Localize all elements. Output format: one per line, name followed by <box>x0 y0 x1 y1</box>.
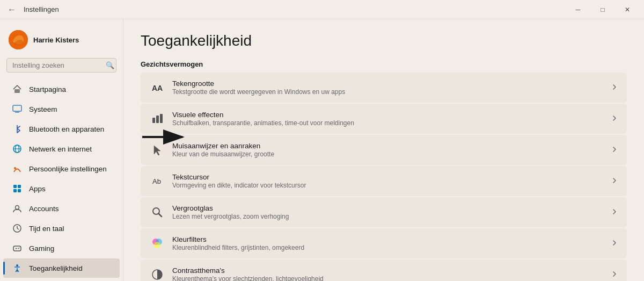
svg-point-34 <box>154 242 160 248</box>
settings-item-tekengrootte[interactable]: AATekengrootteTekstgrootte die wordt wee… <box>141 73 627 103</box>
window-controls: ─ □ ✕ <box>566 0 640 19</box>
netwerk-icon <box>12 143 23 154</box>
sidebar-item-label-apps: Apps <box>29 185 46 193</box>
search-container: 🔍 <box>0 58 123 79</box>
settings-item-desc-tekstcursor: Vormgeving en dikte, indicator voor teks… <box>172 182 604 189</box>
sidebar-item-bluetooth[interactable]: Bluetooth en apparaten <box>3 119 120 139</box>
settings-list: AATekengrootteTekstgrootte die wordt wee… <box>141 73 627 281</box>
avatar <box>9 30 28 49</box>
svg-rect-11 <box>18 189 21 192</box>
settings-item-title-vergrootglas: Vergrootglas <box>172 204 604 212</box>
persoonlijk-icon <box>12 163 23 174</box>
sidebar-item-privacy[interactable]: Privacy en beveiliging <box>3 278 120 281</box>
sidebar-item-label-bluetooth: Bluetooth en apparaten <box>29 125 104 133</box>
settings-item-title-kleurfilters: Kleurfilters <box>172 235 604 243</box>
search-box[interactable]: 🔍 <box>6 58 116 73</box>
chevron-right-icon <box>611 177 618 185</box>
chevron-right-icon <box>611 240 618 248</box>
sidebar-item-label-tijd: Tijd en taal <box>29 225 64 233</box>
settings-item-title-contrastthemas: Contrastthema's <box>172 266 604 275</box>
svg-rect-10 <box>13 189 17 192</box>
sidebar-item-label-netwerk: Netwerk en internet <box>29 145 92 153</box>
settings-item-text-muisaanwijzer: Muisaanwijzer en aanrakenKleur van de mu… <box>172 142 604 158</box>
settings-item-text-tekengrootte: TekengrootteTekstgrootte die wordt weerg… <box>172 80 604 96</box>
settings-item-text-visuele-effecten: Visuele effectenSchuifbalken, transparan… <box>172 111 604 127</box>
sidebar-item-label-accounts: Accounts <box>29 205 59 213</box>
settings-item-text-vergrootglas: VergrootglasLezen met vergrootglas, zoom… <box>172 204 604 220</box>
settings-item-desc-contrastthemas: Kleurenthema's voor slechtzienden, licht… <box>172 275 604 281</box>
chevron-right-icon <box>611 271 618 279</box>
close-button[interactable]: ✕ <box>615 0 640 19</box>
bluetooth-icon <box>12 124 23 134</box>
visuele-effecten-icon <box>150 111 165 126</box>
settings-item-title-muisaanwijzer: Muisaanwijzer en aanraken <box>172 142 604 150</box>
settings-item-title-tekstcursor: Tekstcursor <box>172 173 604 181</box>
sidebar-item-label-startpagina: Startpagina <box>29 85 66 93</box>
svg-rect-2 <box>13 105 21 111</box>
titlebar: ← Instellingen ─ □ ✕ <box>0 0 644 19</box>
accounts-icon <box>12 203 23 214</box>
settings-item-tekstcursor[interactable]: AbTekstcursorVormgeving en dikte, indica… <box>141 166 627 196</box>
nav-menu: StartpaginaSysteemBluetooth en apparaten… <box>0 80 123 281</box>
sidebar-item-persoonlijk[interactable]: Persoonlijke instellingen <box>3 159 120 178</box>
startpagina-icon <box>12 84 23 95</box>
sidebar: Harrie Kisters 🔍 StartpaginaSysteemBluet… <box>0 19 123 281</box>
svg-rect-28 <box>160 114 163 123</box>
kleurfilters-icon <box>150 236 165 251</box>
svg-point-20 <box>19 248 20 249</box>
svg-text:Ab: Ab <box>152 177 161 185</box>
contrastthemas-icon <box>150 267 165 281</box>
settings-item-desc-visuele-effecten: Schuifbalken, transparantie, animaties, … <box>172 119 604 127</box>
settings-item-desc-tekengrootte: Tekstgrootte die wordt weergegeven in Wi… <box>172 88 604 96</box>
settings-item-title-visuele-effecten: Visuele effecten <box>172 111 604 119</box>
tekengrootte-icon: AA <box>150 80 165 95</box>
settings-item-text-tekstcursor: TekstcursorVormgeving en dikte, indicato… <box>172 173 604 189</box>
settings-item-visuele-effecten[interactable]: Visuele effectenSchuifbalken, transparan… <box>141 104 627 134</box>
user-name: Harrie Kisters <box>33 36 79 44</box>
back-button[interactable]: ← <box>4 2 19 17</box>
sidebar-item-toegankelijkheid[interactable]: Toegankelijkheid <box>3 258 120 278</box>
sidebar-item-tijd[interactable]: Tijd en taal <box>3 219 120 238</box>
sidebar-item-systeem[interactable]: Systeem <box>3 99 120 119</box>
sidebar-item-startpagina[interactable]: Startpagina <box>3 80 120 99</box>
muisaanwijzer-icon <box>150 142 165 157</box>
user-profile[interactable]: Harrie Kisters <box>0 26 123 58</box>
search-input[interactable] <box>12 61 103 69</box>
settings-item-kleurfilters[interactable]: KleurfiltersKleurenblindheid filters, gr… <box>141 228 627 258</box>
sidebar-item-label-persoonlijk: Persoonlijke instellingen <box>29 165 107 173</box>
chevron-right-icon <box>611 84 618 92</box>
svg-rect-8 <box>13 185 17 188</box>
svg-point-7 <box>14 167 16 169</box>
chevron-right-icon <box>611 208 618 217</box>
sidebar-item-apps[interactable]: Apps <box>3 179 120 198</box>
minimize-button[interactable]: ─ <box>566 0 590 19</box>
search-icon: 🔍 <box>106 61 114 69</box>
sidebar-item-label-gaming: Gaming <box>29 244 54 253</box>
apps-icon <box>12 183 23 194</box>
settings-item-vergrootglas[interactable]: VergrootglasLezen met vergrootglas, zoom… <box>141 197 627 227</box>
sidebar-item-accounts[interactable]: Accounts <box>3 199 120 218</box>
toegankelijkheid-icon <box>12 263 23 273</box>
settings-item-desc-muisaanwijzer: Kleur van de muisaanwijzer, grootte <box>172 150 604 158</box>
settings-item-title-tekengrootte: Tekengrootte <box>172 80 604 88</box>
svg-rect-26 <box>152 118 155 123</box>
settings-item-muisaanwijzer[interactable]: Muisaanwijzer en aanrakenKleur van de mu… <box>141 135 627 165</box>
titlebar-left: ← Instellingen <box>4 2 566 17</box>
systeem-icon <box>12 104 23 114</box>
sidebar-item-netwerk[interactable]: Netwerk en internet <box>3 139 120 158</box>
settings-item-desc-vergrootglas: Lezen met vergrootglas, zoom verhoging <box>172 213 604 220</box>
settings-item-desc-kleurfilters: Kleurenblindheid filters, grijstinten, o… <box>172 244 604 251</box>
tijd-icon <box>12 223 23 234</box>
sidebar-item-gaming[interactable]: Gaming <box>3 239 120 258</box>
main-content: Toegankelijkheid Gezichtsvermogen AATeke… <box>123 19 644 281</box>
maximize-button[interactable]: □ <box>590 0 615 19</box>
sidebar-item-label-toegankelijkheid: Toegankelijkheid <box>29 264 83 272</box>
svg-rect-1 <box>14 89 20 93</box>
chevron-right-icon <box>611 146 618 154</box>
vergrootglas-icon <box>150 205 165 220</box>
svg-line-31 <box>159 214 162 217</box>
svg-rect-27 <box>156 116 159 123</box>
app-body: Harrie Kisters 🔍 StartpaginaSysteemBluet… <box>0 19 644 281</box>
svg-rect-16 <box>13 246 21 251</box>
settings-item-contrastthemas[interactable]: Contrastthema'sKleurenthema's voor slech… <box>141 260 627 281</box>
